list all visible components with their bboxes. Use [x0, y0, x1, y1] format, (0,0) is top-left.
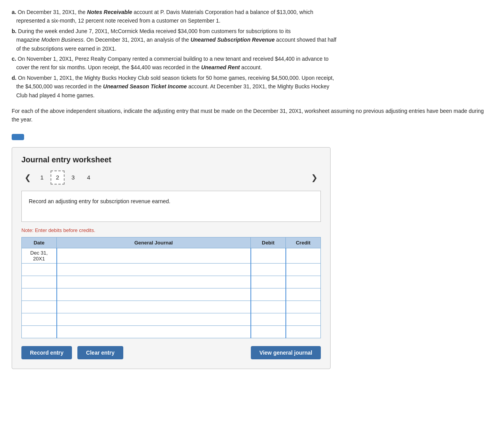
tab-2[interactable]: 2 — [51, 171, 65, 185]
table-row — [22, 313, 321, 325]
tab-1[interactable]: 1 — [35, 171, 49, 185]
debit-input-2[interactable] — [254, 267, 282, 272]
credit-input-4[interactable] — [289, 292, 318, 297]
journal-table: Date General Journal Debit Credit Dec 31… — [21, 237, 321, 338]
debit-cell-6[interactable] — [251, 313, 286, 325]
table-row — [22, 263, 321, 276]
col-date-header: Date — [22, 237, 57, 248]
record-entry-button[interactable]: Record entry — [21, 346, 72, 359]
date-cell-7 — [22, 325, 57, 338]
journal-input-1[interactable] — [60, 253, 247, 259]
col-debit-header: Debit — [251, 237, 286, 248]
date-cell-4 — [22, 288, 57, 301]
credit-cell-2[interactable] — [286, 263, 321, 276]
journal-input-4[interactable] — [60, 292, 247, 297]
table-row — [22, 325, 321, 338]
credit-cell-4[interactable] — [286, 288, 321, 301]
table-row: Dec 31, 20X1 — [22, 248, 321, 263]
journal-input-5[interactable] — [60, 304, 247, 310]
tab-3[interactable]: 3 — [66, 171, 80, 185]
journal-cell-5[interactable] — [57, 301, 251, 313]
tab-next-button[interactable]: ❯ — [308, 172, 321, 183]
journal-cell-7[interactable] — [57, 325, 251, 338]
journal-cell-1[interactable] — [57, 248, 251, 263]
debit-cell-7[interactable] — [251, 325, 286, 338]
tab-prev-button[interactable]: ❮ — [21, 172, 34, 183]
view-transaction-button[interactable] — [12, 134, 24, 140]
credit-cell-6[interactable] — [286, 313, 321, 325]
instruction-box: Record an adjusting entry for subscripti… — [21, 191, 321, 222]
tab-4[interactable]: 4 — [82, 171, 96, 185]
col-journal-header: General Journal — [57, 237, 251, 248]
date-cell-1: Dec 31, 20X1 — [22, 248, 57, 263]
debit-cell-5[interactable] — [251, 301, 286, 313]
worksheet-title: Journal entry worksheet — [21, 155, 321, 164]
debit-input-4[interactable] — [254, 292, 282, 297]
debit-cell-2[interactable] — [251, 263, 286, 276]
credit-cell-7[interactable] — [286, 325, 321, 338]
table-row — [22, 301, 321, 313]
credit-cell-3[interactable] — [286, 276, 321, 288]
instruction-box-text: Record an adjusting entry for subscripti… — [29, 198, 170, 204]
journal-cell-6[interactable] — [57, 313, 251, 325]
debit-input-5[interactable] — [254, 304, 282, 310]
table-row — [22, 276, 321, 288]
debit-cell-4[interactable] — [251, 288, 286, 301]
date-cell-3 — [22, 276, 57, 288]
debit-input-1[interactable] — [254, 253, 282, 259]
date-cell-5 — [22, 301, 57, 313]
journal-input-6[interactable] — [60, 316, 247, 322]
credit-cell-1[interactable] — [286, 248, 321, 263]
credit-input-3[interactable] — [289, 279, 318, 285]
table-row — [22, 288, 321, 301]
clear-entry-button[interactable]: Clear entry — [77, 346, 123, 359]
debit-input-7[interactable] — [254, 329, 282, 335]
date-cell-2 — [22, 263, 57, 276]
journal-cell-2[interactable] — [57, 263, 251, 276]
worksheet-container: Journal entry worksheet ❮ 1 2 3 4 ❯ Reco… — [12, 147, 331, 369]
journal-input-2[interactable] — [60, 267, 247, 272]
debit-input-3[interactable] — [254, 279, 282, 285]
credit-input-1[interactable] — [289, 253, 318, 259]
instructions: For each of the above independent situat… — [12, 107, 492, 124]
journal-input-3[interactable] — [60, 279, 247, 285]
debit-cell-1[interactable] — [251, 248, 286, 263]
debit-input-6[interactable] — [254, 316, 282, 322]
credit-input-6[interactable] — [289, 316, 318, 322]
button-row: Record entry Clear entry View general jo… — [21, 346, 321, 359]
problem-text: a. On December 31, 20X1, the Notes Recei… — [12, 8, 492, 100]
col-credit-header: Credit — [286, 237, 321, 248]
date-cell-6 — [22, 313, 57, 325]
credit-cell-5[interactable] — [286, 301, 321, 313]
credit-input-2[interactable] — [289, 267, 318, 272]
journal-cell-3[interactable] — [57, 276, 251, 288]
view-general-journal-button[interactable]: View general journal — [251, 346, 321, 359]
credit-input-7[interactable] — [289, 329, 318, 335]
note-text: Note: Enter debits before credits. — [21, 227, 321, 233]
journal-input-7[interactable] — [60, 329, 247, 335]
journal-cell-4[interactable] — [57, 288, 251, 301]
tab-navigation: ❮ 1 2 3 4 ❯ — [21, 171, 321, 185]
debit-cell-3[interactable] — [251, 276, 286, 288]
credit-input-5[interactable] — [289, 304, 318, 310]
